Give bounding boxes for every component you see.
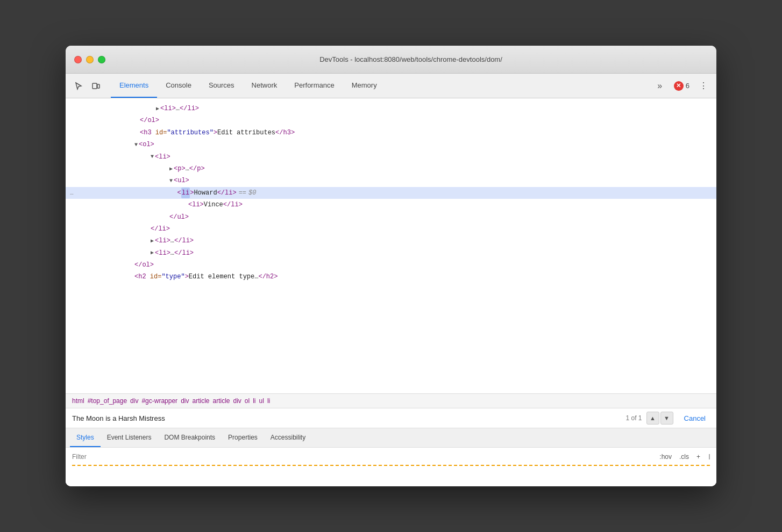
dom-line[interactable]: ▶ <li>…</li> [66, 247, 716, 259]
inspect-icon-button[interactable] [71, 78, 86, 94]
dom-line[interactable]: ▶ <p>…</p> [66, 163, 716, 175]
search-prev-button[interactable]: ▲ [646, 412, 659, 425]
more-tabs-button[interactable]: » [652, 78, 667, 94]
dom-line-selected[interactable]: … <li>Howard</li> == $0 [66, 187, 716, 199]
devtools-window: DevTools - localhost:8080/web/tools/chro… [66, 46, 716, 486]
device-toggle-button[interactable] [88, 78, 103, 94]
traffic-lights [74, 56, 105, 63]
breadcrumb-item[interactable]: article [212, 397, 230, 405]
breadcrumb-bar: html #top_of_page div #gc-wrapper div ar… [66, 393, 716, 408]
dom-tree[interactable]: ▶ <li>…</li> </ol> <h3 id="attributes">E… [66, 98, 716, 393]
toolbar: Elements Console Sources Network Perform… [66, 74, 716, 98]
breadcrumb-item[interactable]: div [181, 397, 189, 405]
filter-input[interactable] [72, 451, 653, 463]
new-style-rule-button[interactable]: + [694, 452, 702, 462]
panel-tab-accessibility[interactable]: Accessibility [264, 428, 312, 447]
dom-line[interactable]: ▼ <ol> [66, 139, 716, 150]
panel-tab-dom-breakpoints[interactable]: DOM Breakpoints [158, 428, 222, 447]
styles-panel: :hov .cls + [66, 448, 716, 486]
window-title: DevTools - localhost:8080/web/tools/chro… [114, 55, 708, 63]
breadcrumb-item[interactable]: li [253, 397, 255, 405]
bottom-panel: Styles Event Listeners DOM Breakpoints P… [66, 428, 716, 486]
breadcrumb-item[interactable]: ol [245, 397, 250, 405]
cursor-icon [74, 82, 83, 90]
search-cancel-button[interactable]: Cancel [678, 412, 712, 425]
search-bar: 1 of 1 ▲ ▼ Cancel [66, 408, 716, 428]
svg-rect-0 [93, 83, 97, 89]
tab-sources[interactable]: Sources [200, 74, 243, 98]
settings-button[interactable]: ⋮ [696, 78, 711, 94]
minimize-button[interactable] [86, 56, 94, 63]
dom-line[interactable]: <h3 id="attributes">Edit attributes</h3> [66, 127, 716, 139]
triangle-icon[interactable]: ▼ [169, 176, 173, 185]
panel-tabs: Styles Event Listeners DOM Breakpoints P… [66, 428, 716, 448]
tab-network[interactable]: Network [243, 74, 286, 98]
error-count: 6 [686, 82, 689, 90]
breadcrumb-item[interactable]: div [130, 397, 138, 405]
dots-indicator: … [70, 188, 74, 198]
dom-line[interactable]: </ol> [66, 114, 716, 126]
maximize-button[interactable] [98, 56, 105, 63]
breadcrumb-item[interactable]: #gc-wrapper [141, 397, 177, 405]
breadcrumb-item[interactable]: li [267, 397, 270, 405]
search-next-button[interactable]: ▼ [660, 412, 673, 425]
dom-line[interactable]: </ol> [66, 259, 716, 271]
panel-tab-styles[interactable]: Styles [70, 428, 101, 447]
breadcrumb-item[interactable]: #top_of_page [88, 397, 127, 405]
panel-tab-event-listeners[interactable]: Event Listeners [101, 428, 158, 447]
triangle-icon[interactable]: ▶ [151, 236, 154, 246]
dom-line[interactable]: </li> [66, 223, 716, 235]
error-icon: ✕ [674, 81, 684, 91]
titlebar: DevTools - localhost:8080/web/tools/chro… [66, 46, 716, 74]
filter-controls: :hov .cls + [657, 452, 710, 462]
breadcrumb-item[interactable]: html [72, 397, 84, 405]
search-count: 1 of 1 [626, 414, 642, 422]
cls-button[interactable]: .cls [677, 452, 691, 462]
tab-elements[interactable]: Elements [111, 74, 157, 98]
tab-memory[interactable]: Memory [343, 74, 386, 98]
dom-line[interactable]: ▼ <ul> [66, 175, 716, 186]
svg-rect-1 [97, 84, 99, 88]
dom-line[interactable]: ▼ <li> [66, 151, 716, 163]
triangle-icon[interactable]: ▼ [134, 140, 138, 149]
panel-tab-properties[interactable]: Properties [222, 428, 264, 447]
dom-line[interactable]: ▶ <li>…</li> [66, 103, 716, 114]
breadcrumb-item[interactable]: ul [259, 397, 264, 405]
device-icon [91, 82, 100, 90]
hov-button[interactable]: :hov [657, 452, 674, 462]
filter-row: :hov .cls + [72, 451, 710, 463]
toolbar-icons [71, 78, 103, 94]
filter-divider [706, 454, 710, 459]
close-button[interactable] [74, 56, 82, 63]
tag-highlight: li [181, 188, 190, 198]
triangle-icon[interactable]: ▶ [169, 164, 173, 174]
dom-line[interactable]: <li>Vince</li> [66, 199, 716, 211]
toolbar-right: » ✕ 6 ⋮ [652, 78, 711, 94]
error-badge-button[interactable]: ✕ 6 [671, 80, 693, 92]
toolbar-tabs: Elements Console Sources Network Perform… [111, 74, 650, 98]
tab-console[interactable]: Console [157, 74, 200, 98]
triangle-icon[interactable]: ▼ [151, 152, 154, 161]
dom-line[interactable]: <h2 id="type">Edit element type…</h2> [66, 271, 716, 283]
breadcrumb-item[interactable]: div [233, 397, 241, 405]
search-input[interactable] [70, 413, 622, 423]
triangle-icon[interactable]: ▶ [151, 248, 154, 257]
main-content: ▶ <li>…</li> </ol> <h3 id="attributes">E… [66, 98, 716, 486]
dashed-border-indicator [72, 465, 710, 466]
triangle-icon[interactable]: ▶ [156, 104, 159, 113]
dom-line[interactable]: </ul> [66, 211, 716, 223]
dom-line[interactable]: ▶ <li>…</li> [66, 235, 716, 247]
tab-performance[interactable]: Performance [286, 74, 343, 98]
breadcrumb-item[interactable]: article [192, 397, 209, 405]
